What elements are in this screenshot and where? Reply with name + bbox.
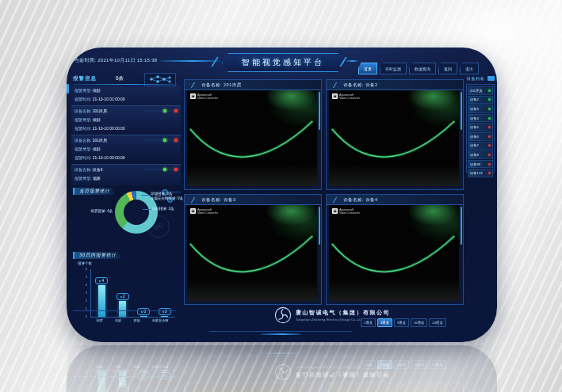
alarm-time: 报警时间: 21-10-10 01:00:00 [75, 95, 178, 104]
slash-icon [191, 82, 200, 88]
video-panel-1[interactable]: 设备名称: 201库房 ▣ ApowersoftVideo Converter [184, 79, 322, 190]
alarm-card[interactable]: 设备名称: 201库房 报警类型: 倾斜 报警时间: 21-10-10 00:0… [71, 135, 181, 163]
donut-leader-line [141, 195, 150, 196]
bottom-decoration-bracket [261, 333, 300, 335]
device-row[interactable]: 设备7 [468, 142, 493, 150]
monthly-stats-title: 30日内报警统计 [73, 252, 121, 259]
header-decoration-line-right [346, 60, 358, 62]
video-panel-4[interactable]: 设备名称: 设备4 ▣ ApowersoftVideo Converter [326, 194, 464, 305]
nav-exit-button[interactable]: 退出 [460, 63, 479, 74]
dashboard-panel: 当前时间: 2021年10月11日 15:15:38 智能视觉感知平台 首页 实… [67, 48, 497, 342]
video-floor [187, 272, 317, 301]
alarm-time: 报警时间: 21-10-10 00:00:00 [75, 183, 178, 185]
alarm-header-underline [73, 84, 178, 85]
nav-back-button[interactable]: 返回 [438, 63, 457, 74]
y-tick: 0 [79, 314, 87, 318]
x-label: 倾斜 [115, 318, 121, 322]
video-device-name: 设备名称: 设备2 [343, 82, 378, 88]
alarm-time: 报警时间: 21-10-10 00:00:00 [75, 154, 178, 162]
device-row[interactable]: 201库房 [468, 86, 493, 95]
video-feed: ▣ ApowersoftVideo Converter [329, 205, 459, 301]
video-device-name: 设备名称: 设备3 [201, 197, 236, 203]
alarm-type: 报警类型: 倾斜 [75, 145, 178, 154]
video-panel-2[interactable]: 设备名称: 设备2 ▣ ApowersoftVideo Converter [326, 79, 464, 190]
video-floor [329, 158, 459, 186]
panel-scrollbar [319, 92, 320, 130]
edge-accent [67, 84, 69, 93]
alarm-count: 6条 [116, 75, 124, 82]
company-name-cn: 唐山智诚电气（集团）有限公司 [296, 309, 390, 317]
x-label: 未戴安全帽 [152, 318, 169, 322]
bar-column [119, 301, 126, 317]
status-dot [488, 126, 491, 128]
video-floor [329, 272, 459, 301]
device-row[interactable]: 设备123 [468, 169, 493, 177]
alarm-time: 报警时间: 21-10-10 00:00:00 [75, 124, 178, 133]
nav-home-button[interactable]: 首页 [358, 63, 377, 74]
device-row[interactable]: 设备8 [468, 150, 493, 159]
nav-label: 退出 [465, 67, 473, 71]
device-row[interactable]: 设备99 [468, 160, 493, 169]
channel-switcher: 1通道 4通道 9通道 16通道 24通道 [361, 318, 446, 327]
green-marker-icon [163, 168, 166, 171]
watermark-logo-icon: ☍ [147, 215, 170, 238]
video-header: 设备名称: 201库房 [185, 80, 321, 90]
nav-label: 首页 [364, 67, 372, 71]
red-marker-icon [174, 109, 178, 112]
donut-label-foreign: 异物报警: 0条 [151, 192, 173, 196]
video-watermark: ▣ ApowersoftVideo Converter [332, 208, 360, 215]
panel-scrollbar [461, 207, 462, 245]
alarm-indicator [144, 169, 178, 170]
alarm-card[interactable]: 设备名称: 201库房 报警类型: 倾斜 报警时间: 21-10-10 01:0… [71, 86, 181, 105]
panel-scrollbar [319, 207, 320, 245]
device-row[interactable]: 设备3 [468, 105, 493, 113]
channel-9-button[interactable]: 9通道 [394, 318, 409, 327]
video-feed: ▣ ApowersoftVideo Converter [187, 90, 317, 186]
green-marker-icon [163, 109, 166, 112]
slash-icon [191, 197, 200, 203]
channel-16-button[interactable]: 16通道 [411, 318, 427, 327]
video-device-name: 设备名称: 201库房 [201, 82, 242, 88]
nav-label: 实时监测 [385, 67, 401, 71]
device-list-tab[interactable] [487, 76, 495, 81]
bar-value-badge: 0 [137, 308, 150, 315]
device-list: 201库房 设备2 设备3 设备4 设备5 设备6 设备7 设备8 设备99 设… [466, 84, 495, 173]
y-tick: 6 [79, 267, 87, 271]
video-panel-3[interactable]: 设备名称: 设备3 ▣ ApowersoftVideo Converter [184, 194, 322, 305]
header-nav: 首页 实时监测 数据查询 返回 退出 [358, 63, 479, 74]
footer-decoration-line [73, 310, 176, 311]
video-floor [187, 158, 317, 186]
channel-4-button[interactable]: 4通道 [377, 318, 392, 327]
y-tick: 3 [79, 291, 87, 295]
y-tick: 2 [79, 299, 87, 303]
alarm-card[interactable]: 设备名称: 设备6 报警类型: 烟雾 报警时间: 21-10-10 00:00:… [71, 164, 181, 185]
device-row[interactable]: 设备4 [468, 114, 493, 123]
nav-realtime-button[interactable]: 实时监测 [380, 63, 407, 74]
video-feed: ▣ ApowersoftVideo Converter [329, 90, 459, 186]
panel-scrollbar [461, 92, 462, 130]
bar-column [140, 316, 147, 317]
status-dot [488, 108, 491, 110]
device-row[interactable]: 设备2 [468, 96, 493, 105]
bar-value-badge: 4 [95, 277, 108, 284]
device-row[interactable]: 设备5 [468, 123, 493, 131]
status-dot [488, 98, 491, 101]
alarm-card[interactable]: 设备名称: 201库房 报警类型: 倾斜 报警时间: 21-10-10 00:0… [71, 105, 181, 134]
bar-column [98, 285, 105, 317]
alarm-indicator [144, 139, 178, 141]
nav-query-button[interactable]: 数据查询 [409, 63, 436, 74]
nav-label: 返回 [444, 67, 452, 71]
video-header: 设备名称: 设备4 [327, 195, 463, 205]
donut-label-helmet: 未戴安全帽报警: 0条 [151, 196, 183, 200]
header-decoration-line-left [160, 60, 220, 62]
status-dot [488, 89, 491, 92]
status-dot [488, 135, 491, 138]
device-row[interactable]: 设备6 [468, 132, 493, 141]
bottom-decoration-line [209, 331, 352, 332]
device-list-title: 设备列表 [467, 76, 484, 81]
title-slash-right-icon [339, 57, 354, 67]
y-tick: 4 [79, 283, 87, 287]
video-header: 设备名称: 设备2 [327, 80, 463, 90]
channel-1-button[interactable]: 1通道 [361, 318, 376, 327]
channel-24-button[interactable]: 24通道 [429, 318, 445, 327]
